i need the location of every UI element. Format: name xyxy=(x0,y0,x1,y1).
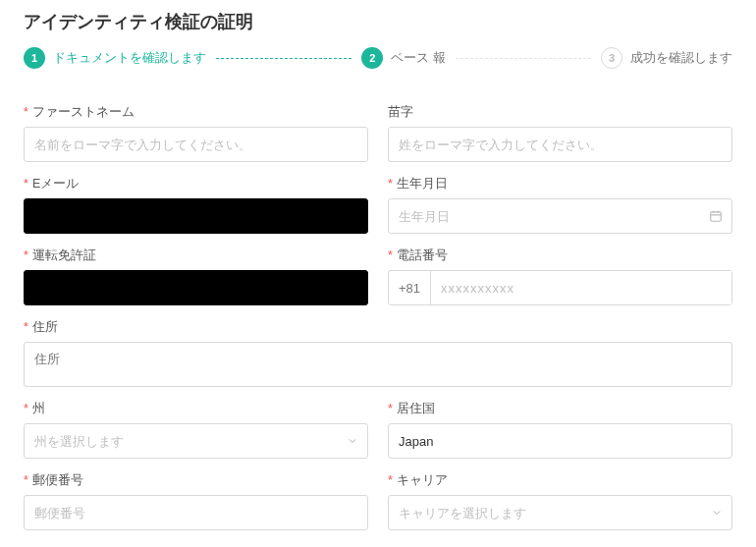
step-connector-2-3 xyxy=(456,58,591,59)
carrier-select[interactable] xyxy=(388,495,732,530)
address-label: *住所 xyxy=(24,319,732,336)
birthdate-label: *生年月日 xyxy=(388,176,732,192)
last-name-label: 苗字 xyxy=(388,104,732,121)
state-label: *州 xyxy=(24,401,368,417)
license-input-redacted[interactable] xyxy=(24,270,368,305)
page-title: アイデンティティ検証の証明 xyxy=(24,10,732,33)
license-label: *運転免許証 xyxy=(24,247,368,264)
step-3: 3 成功を確認します xyxy=(601,47,732,69)
address-input[interactable] xyxy=(24,342,732,387)
country-input[interactable] xyxy=(388,423,732,459)
birthdate-input[interactable] xyxy=(388,198,732,234)
email-input-redacted[interactable] xyxy=(24,198,368,234)
step-1: 1 ドキュメントを確認します xyxy=(24,47,206,69)
state-select[interactable] xyxy=(24,423,368,459)
step-1-number: 1 xyxy=(24,47,45,69)
identity-form: *ファーストネーム 苗字 *Eメール *生年月日 xyxy=(24,98,732,547)
first-name-input[interactable] xyxy=(24,127,368,162)
phone-field[interactable]: +81 xyxy=(388,270,732,305)
phone-label: *電話番号 xyxy=(388,247,732,264)
carrier-label: *キャリア xyxy=(388,472,732,489)
step-3-number: 3 xyxy=(601,47,622,69)
step-2: 2 ベース 報 xyxy=(361,47,445,69)
phone-prefix[interactable]: +81 xyxy=(389,271,431,304)
step-2-number: 2 xyxy=(361,47,383,69)
postcode-input[interactable] xyxy=(24,495,368,530)
phone-input[interactable] xyxy=(431,271,731,304)
country-label: *居住国 xyxy=(388,401,732,417)
step-connector-1-2 xyxy=(216,58,351,59)
first-name-label: *ファーストネーム xyxy=(24,104,368,121)
last-name-input[interactable] xyxy=(388,127,732,162)
email-label: *Eメール xyxy=(24,176,368,192)
postcode-label: *郵便番号 xyxy=(24,472,368,489)
step-1-label: ドキュメントを確認します xyxy=(53,50,206,67)
step-3-label: 成功を確認します xyxy=(630,50,732,67)
step-2-label: ベース 報 xyxy=(391,50,445,67)
stepper: 1 ドキュメントを確認します 2 ベース 報 3 成功を確認します xyxy=(24,47,732,69)
